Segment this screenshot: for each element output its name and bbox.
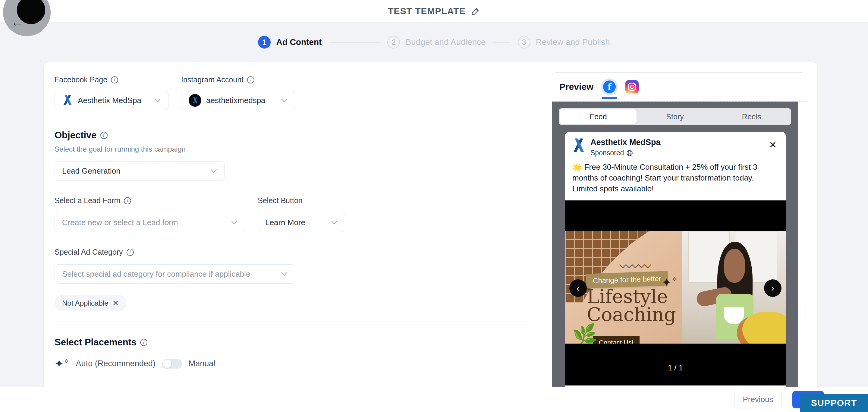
ad-content-card: Facebook Pagei Aesthetix MedSpa Instagra… xyxy=(44,62,817,403)
carousel-pagination: 1 / 1 xyxy=(565,363,786,373)
select-button-label: Select Button xyxy=(258,196,303,205)
chevron-down-icon xyxy=(154,98,161,102)
tab-feed[interactable]: Feed xyxy=(560,109,637,124)
cta-button-value: Learn More xyxy=(265,218,326,227)
ad-preview-card: Aesthetix MedSpa Sponsored ✕ 🌟 Free 30-M… xyxy=(565,132,786,387)
step-3-circle: 3 xyxy=(518,36,530,49)
tab-reels[interactable]: Reels xyxy=(713,109,790,124)
chevron-down-icon xyxy=(231,220,238,225)
step-review-publish[interactable]: 3 Review and Publish xyxy=(518,36,610,49)
lead-form-select[interactable]: Create new or select a Lead form xyxy=(55,213,245,232)
edit-title-icon[interactable] xyxy=(471,7,480,16)
step-ad-content[interactable]: 1 Ad Content xyxy=(258,36,321,49)
info-icon[interactable]: i xyxy=(100,132,107,139)
ad-page-name: Aesthetix MedSpa xyxy=(590,138,762,147)
cta-button-select[interactable]: Learn More xyxy=(258,213,345,232)
instagram-icon xyxy=(628,83,636,91)
preview-canvas: Feed Story Reels Aesthetix MedSpa Sponso… xyxy=(552,102,798,392)
page-avatar xyxy=(572,138,586,153)
lead-form-label: Select a Lead Form xyxy=(55,196,120,205)
placements-heading: Select Placements xyxy=(55,337,136,348)
chevron-down-icon xyxy=(210,169,217,173)
placement-tabs: Feed Story Reels xyxy=(559,108,791,125)
step-budget-audience[interactable]: 2 Budget and Audience xyxy=(387,36,486,49)
special-ad-category-label: Special Ad Category xyxy=(55,248,123,256)
instagram-account-label: Instagram Account xyxy=(181,75,244,84)
step-connector xyxy=(493,42,510,42)
step-2-label: Budget and Audience xyxy=(405,37,486,47)
preview-instagram-toggle[interactable] xyxy=(625,80,639,93)
lead-form-placeholder: Create new or select a Lead form xyxy=(62,218,226,227)
auto-placement-label: Auto (Recommended) xyxy=(76,359,156,368)
active-platform-underline xyxy=(601,97,617,99)
objective-select[interactable]: Lead Generation xyxy=(55,161,224,181)
back-arrow-icon[interactable]: ← xyxy=(11,16,24,28)
preview-panel: Preview f Feed Story Reels xyxy=(552,72,806,392)
chevron-down-icon xyxy=(331,220,338,225)
photo-fruit xyxy=(742,312,786,344)
plant-decoration: 🌿 xyxy=(571,322,598,343)
facebook-page-label: Facebook Page xyxy=(55,75,107,84)
objective-hint: Select the goal for running this campaig… xyxy=(55,145,546,153)
preview-scrollbar[interactable] xyxy=(798,102,806,392)
step-connector xyxy=(329,42,380,42)
carousel-next-button[interactable]: › xyxy=(764,279,781,297)
info-icon[interactable]: i xyxy=(127,249,134,256)
close-icon[interactable]: ✕ xyxy=(767,138,779,152)
divider xyxy=(55,381,534,381)
toggle-knob xyxy=(163,359,171,368)
sponsored-label: Sponsored xyxy=(590,149,624,157)
facebook-page-value: Aesthetix MedSpa xyxy=(78,96,150,105)
page-title: TEST TEMPLATE xyxy=(388,6,465,16)
step-2-circle: 2 xyxy=(387,36,400,49)
objective-value: Lead Generation xyxy=(62,166,206,176)
ad-creative-image: ⌵⌵⌵⌵⌵ Change for the better ✦✧ Lifestyle… xyxy=(565,231,786,344)
carousel-prev-button[interactable]: ‹ xyxy=(569,279,587,297)
objective-heading: Objective xyxy=(55,130,97,141)
facebook-page-select[interactable]: Aesthetix MedSpa xyxy=(55,91,168,110)
wizard-stepper: 1 Ad Content 2 Budget and Audience 3 Rev… xyxy=(0,22,868,62)
ad-primary-text: 🌟 Free 30-Minute Consultation + 25% off … xyxy=(565,160,786,200)
zigzag-decoration: ⌵⌵⌵⌵⌵ xyxy=(619,260,651,271)
globe-icon xyxy=(626,150,633,156)
chip-label: Not Applicable xyxy=(62,299,108,308)
preview-title: Preview xyxy=(559,82,593,92)
step-3-label: Review and Publish xyxy=(536,37,610,47)
facebook-icon: f xyxy=(603,81,616,93)
wizard-footer: Previous Next xyxy=(0,387,868,412)
special-ad-category-placeholder: Select special ad category for complianc… xyxy=(62,270,276,279)
instagram-avatar xyxy=(189,94,201,107)
preview-facebook-toggle[interactable]: f xyxy=(601,72,618,101)
info-icon[interactable]: i xyxy=(124,197,131,204)
top-bar: TEST TEMPLATE xyxy=(0,0,868,22)
creative-headline: Lifestyle Coaching xyxy=(587,288,676,324)
sparkles-icon: ✦✧ xyxy=(55,358,69,369)
creative-cta: Contact Us! xyxy=(593,336,640,344)
step-1-circle: 1 xyxy=(258,36,271,49)
info-icon[interactable]: i xyxy=(111,76,118,84)
chevron-down-icon xyxy=(281,98,287,102)
special-ad-category-select[interactable]: Select special ad category for complianc… xyxy=(55,264,295,284)
photo-person-face xyxy=(724,249,745,282)
instagram-account-select[interactable]: aesthetixmedspa xyxy=(181,91,295,110)
aesthetix-logo-icon xyxy=(62,94,73,106)
special-category-chip: Not Applicable ✕ xyxy=(55,295,126,311)
placement-toggle[interactable] xyxy=(162,359,182,369)
instagram-account-value: aesthetixmedspa xyxy=(206,96,276,105)
support-button[interactable]: SUPPORT xyxy=(800,394,868,412)
ad-media: ⌵⌵⌵⌵⌵ Change for the better ✦✧ Lifestyle… xyxy=(565,200,786,385)
tab-story[interactable]: Story xyxy=(637,109,713,124)
form-column: Facebook Pagei Aesthetix MedSpa Instagra… xyxy=(55,62,546,412)
previous-button[interactable]: Previous xyxy=(735,391,781,408)
info-icon[interactable]: i xyxy=(247,76,254,84)
info-icon[interactable]: i xyxy=(140,339,147,346)
manual-placement-label: Manual xyxy=(189,359,216,368)
chevron-down-icon xyxy=(281,272,287,276)
preview-header: Preview f xyxy=(552,73,806,102)
chip-remove-icon[interactable]: ✕ xyxy=(113,299,119,308)
step-1-label: Ad Content xyxy=(276,37,321,47)
